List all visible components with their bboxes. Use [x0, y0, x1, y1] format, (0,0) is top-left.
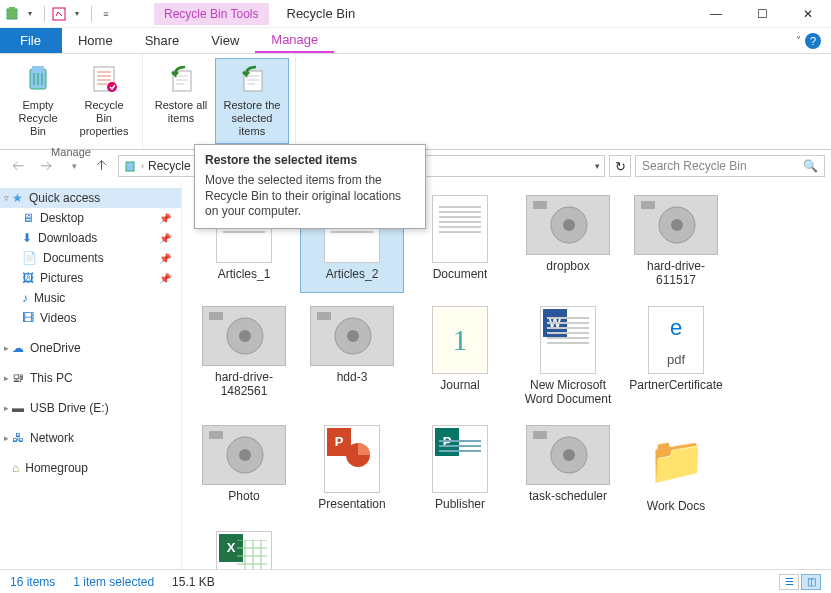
- file-item-label: Work Docs: [647, 499, 705, 513]
- file-item-label: task-scheduler: [529, 489, 607, 503]
- file-item[interactable]: PPresentation: [300, 420, 404, 518]
- svg-point-28: [239, 449, 251, 461]
- svg-point-20: [239, 330, 251, 342]
- file-item[interactable]: Photo: [192, 420, 296, 518]
- qa-dropdown2-icon[interactable]: ▾: [69, 6, 85, 22]
- svg-point-33: [563, 449, 575, 461]
- chevron-right-icon[interactable]: ▸: [4, 403, 9, 413]
- status-item-count: 16 items: [10, 575, 55, 589]
- file-item[interactable]: WNew Microsoft Word Document: [516, 301, 620, 412]
- forward-button: 🡢: [34, 154, 58, 178]
- pictures-icon: 🖼: [22, 271, 34, 285]
- tooltip-title: Restore the selected items: [205, 153, 415, 167]
- homegroup-icon: ⌂: [12, 461, 19, 475]
- file-item[interactable]: epdfPartnerCertificate: [624, 301, 728, 412]
- file-item-label: Presentation: [318, 497, 385, 511]
- sidebar-item-this-pc[interactable]: ▸🖳This PC: [0, 368, 181, 388]
- ribbon-group-manage: Empty Recycle Bin Recycle Bin properties…: [0, 54, 143, 149]
- contextual-tab-label: Recycle Bin Tools: [154, 3, 269, 25]
- file-item[interactable]: 1Journal: [408, 301, 512, 412]
- svg-rect-13: [533, 201, 547, 209]
- search-icon: 🔍: [803, 159, 818, 173]
- ribbon-tabs: File Home Share View Manage ˅ ?: [0, 28, 831, 54]
- pin-icon: 📌: [159, 233, 171, 244]
- file-item-label: hard-drive-1482561: [197, 370, 291, 399]
- network-icon: 🖧: [12, 431, 24, 445]
- ribbon: Empty Recycle Bin Recycle Bin properties…: [0, 54, 831, 150]
- sidebar-item-onedrive[interactable]: ▸☁OneDrive: [0, 338, 181, 358]
- chevron-right-icon[interactable]: ▸: [4, 343, 9, 353]
- music-icon: ♪: [22, 291, 28, 305]
- qa-overflow-icon[interactable]: ≡: [98, 6, 114, 22]
- sidebar-item-label: OneDrive: [30, 341, 81, 355]
- restore-selected-items-button[interactable]: Restore the selected items: [215, 58, 289, 144]
- file-item[interactable]: dropbox: [516, 190, 620, 293]
- ribbon-collapse-icon[interactable]: ˅: [796, 35, 801, 46]
- sidebar-item-documents[interactable]: 📄Documents📌: [0, 248, 181, 268]
- chevron-down-icon[interactable]: ▿: [4, 193, 9, 203]
- file-item[interactable]: hard-drive-611517: [624, 190, 728, 293]
- sidebar-item-network[interactable]: ▸🖧Network: [0, 428, 181, 448]
- back-button[interactable]: 🡠: [6, 154, 30, 178]
- sidebar-item-label: Videos: [40, 311, 76, 325]
- status-bar: 16 items 1 item selected 15.1 KB ☰ ◫: [0, 569, 831, 593]
- tab-view[interactable]: View: [195, 28, 255, 53]
- file-item-label: hard-drive-611517: [629, 259, 723, 288]
- svg-point-6: [107, 82, 117, 92]
- details-view-button[interactable]: ☰: [779, 574, 799, 590]
- tab-share[interactable]: Share: [129, 28, 196, 53]
- chevron-right-icon[interactable]: ▸: [4, 373, 9, 383]
- maximize-button[interactable]: ☐: [739, 0, 785, 28]
- file-item-label: New Microsoft Word Document: [521, 378, 615, 407]
- svg-rect-1: [9, 7, 15, 10]
- search-box[interactable]: Search Recycle Bin 🔍: [635, 155, 825, 177]
- svg-rect-17: [641, 201, 655, 209]
- history-dropdown[interactable]: ▾: [62, 154, 86, 178]
- empty-recycle-bin-button[interactable]: Empty Recycle Bin: [6, 58, 70, 144]
- chevron-right-icon[interactable]: ▸: [4, 433, 9, 443]
- file-item-label: Articles_1: [218, 267, 271, 281]
- sidebar-item-homegroup[interactable]: ⌂Homegroup: [0, 458, 181, 478]
- file-item[interactable]: task-scheduler: [516, 420, 620, 518]
- onedrive-icon: ☁: [12, 341, 24, 355]
- refresh-button[interactable]: ↻: [609, 155, 631, 177]
- recycle-bin-properties-button[interactable]: Recycle Bin properties: [72, 58, 136, 144]
- tab-manage[interactable]: Manage: [255, 28, 334, 53]
- navigation-pane: ▿ ★ Quick access 🖥Desktop📌 ⬇Downloads📌 📄…: [0, 182, 182, 593]
- sidebar-item-desktop[interactable]: 🖥Desktop📌: [0, 208, 181, 228]
- documents-icon: 📄: [22, 251, 37, 265]
- ribbon-group-restore: Restore all items Restore the selected i…: [143, 54, 296, 149]
- file-item[interactable]: hard-drive-1482561: [192, 301, 296, 412]
- tab-file[interactable]: File: [0, 28, 62, 53]
- sidebar-item-videos[interactable]: 🎞Videos: [0, 308, 181, 328]
- svg-rect-21: [209, 312, 223, 320]
- file-item[interactable]: 📁Work Docs: [624, 420, 728, 518]
- svg-rect-9: [126, 162, 134, 171]
- svg-rect-0: [7, 9, 17, 19]
- sidebar-item-quick-access[interactable]: ▿ ★ Quick access: [0, 188, 181, 208]
- file-item[interactable]: hdd-3: [300, 301, 404, 412]
- window-title: Recycle Bin: [287, 6, 356, 21]
- sidebar-item-usb-drive[interactable]: ▸▬USB Drive (E:): [0, 398, 181, 418]
- file-item-label: Publisher: [435, 497, 485, 511]
- help-icon[interactable]: ?: [805, 33, 821, 49]
- qa-properties-icon[interactable]: [51, 6, 67, 22]
- close-button[interactable]: ✕: [785, 0, 831, 28]
- sidebar-item-label: Pictures: [40, 271, 83, 285]
- address-dropdown-icon[interactable]: ▾: [595, 161, 600, 171]
- recycle-bin-icon: [123, 159, 137, 173]
- up-button[interactable]: 🡡: [90, 154, 114, 178]
- sidebar-item-pictures[interactable]: 🖼Pictures📌: [0, 268, 181, 288]
- search-placeholder: Search Recycle Bin: [642, 159, 747, 173]
- star-icon: ★: [12, 191, 23, 205]
- minimize-button[interactable]: —: [693, 0, 739, 28]
- restore-all-items-button[interactable]: Restore all items: [149, 58, 213, 144]
- svg-point-24: [347, 330, 359, 342]
- sidebar-item-music[interactable]: ♪Music: [0, 288, 181, 308]
- icons-view-button[interactable]: ◫: [801, 574, 821, 590]
- qa-dropdown-icon[interactable]: ▾: [22, 6, 38, 22]
- file-item[interactable]: PPublisher: [408, 420, 512, 518]
- sidebar-item-downloads[interactable]: ⬇Downloads📌: [0, 228, 181, 248]
- file-item-label: Photo: [228, 489, 259, 503]
- tab-home[interactable]: Home: [62, 28, 129, 53]
